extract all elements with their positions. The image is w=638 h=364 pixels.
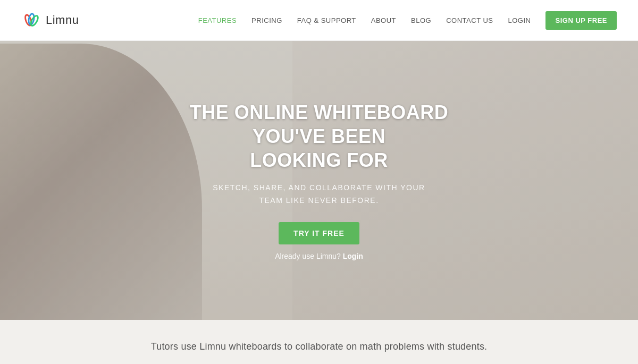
logo-icon xyxy=(21,10,41,30)
nav-blog[interactable]: BLOG xyxy=(411,16,431,24)
hero-subtitle: SKETCH, SHARE, AND COLLABORATE WITH YOUR… xyxy=(170,182,468,207)
hero-login-prompt: Already use Limnu? Login xyxy=(170,252,468,260)
tagline-text: Tutors use Limnu whiteboards to collabor… xyxy=(11,341,627,352)
hero-section: THE ONLINE WHITEBOARD YOU'VE BEEN LOOKIN… xyxy=(0,41,638,320)
hero-title: THE ONLINE WHITEBOARD YOU'VE BEEN LOOKIN… xyxy=(170,100,468,172)
hero-login-link[interactable]: Login xyxy=(343,252,363,260)
main-nav: FEATURES PRICING FAQ & SUPPORT ABOUT BLO… xyxy=(198,11,617,30)
hero-content: THE ONLINE WHITEBOARD YOU'VE BEEN LOOKIN… xyxy=(170,100,468,260)
nav-about[interactable]: ABOUT xyxy=(371,16,396,24)
signup-button[interactable]: SIGN UP FREE xyxy=(545,11,617,30)
nav-features[interactable]: FEATURES xyxy=(198,16,237,24)
nav-faq[interactable]: FAQ & SUPPORT xyxy=(297,16,356,24)
nav-pricing[interactable]: PRICING xyxy=(251,16,282,24)
logo-text: Limnu xyxy=(46,13,79,27)
nav-login[interactable]: LOGIN xyxy=(508,16,531,24)
header: Limnu FEATURES PRICING FAQ & SUPPORT ABO… xyxy=(0,0,638,41)
nav-contact[interactable]: CONTACT US xyxy=(446,16,493,24)
below-hero-section: Tutors use Limnu whiteboards to collabor… xyxy=(0,320,638,364)
logo[interactable]: Limnu xyxy=(21,10,79,30)
try-free-button[interactable]: TRY IT FREE xyxy=(279,222,359,244)
